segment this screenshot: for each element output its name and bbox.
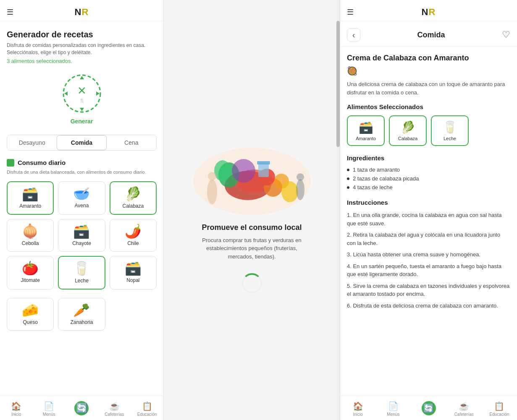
generate-container: ✕ 🍴 Generar [7, 73, 157, 125]
jitomate-label: Jitomate [21, 277, 39, 283]
middle-scrollbar-thumb [336, 21, 340, 147]
recipe-nav-header: ‹ Comida ♡ [340, 21, 517, 47]
chile-icon: 🌶️ [125, 224, 142, 238]
chile-label: Chile [127, 240, 139, 246]
back-button[interactable]: ‹ [347, 28, 360, 42]
right-app-logo: NR [422, 7, 436, 18]
avena-icon: 🥣 [73, 187, 90, 200]
nav-educacion-label: Educación [137, 412, 157, 417]
queso-icon: 🧀 [22, 303, 39, 317]
recipe-content: Crema de Calabaza con Amaranto 🥘 Una del… [340, 47, 517, 396]
chayote-icon: 🗃️ [73, 224, 90, 238]
bullet-1 [347, 169, 349, 171]
selected-amaranto-icon: 🗃️ [359, 120, 373, 134]
instruction-5: 5. Sirve la crema de calabaza en tazones… [347, 282, 510, 298]
right-nav-menus[interactable]: 📄 Menús [375, 399, 411, 418]
left-panel: ☰ NR Generador de recetas Disfruta de co… [0, 0, 164, 420]
cebolla-label: Cebolla [22, 240, 39, 246]
selected-food-calabaza: 🥬 Calabaza [389, 115, 427, 146]
page-subtitle: Disfruta de comidas personalizadas con i… [7, 42, 157, 56]
generate-inner: ✕ 🍴 [77, 84, 87, 103]
avena-label: Avena [75, 203, 89, 209]
food-item-calabaza[interactable]: 🥬 Calabaza [110, 181, 157, 215]
food-item-nopal[interactable]: 🗃️ Nopal [110, 256, 157, 290]
food-item-avena[interactable]: 🥣 Avena [58, 181, 105, 215]
tab-cena[interactable]: Cena [107, 135, 156, 150]
ingredient-3: 4 tazas de leche [347, 184, 510, 190]
section-title: Consumo diario [18, 159, 66, 166]
amaranto-label: Amaranto [19, 203, 41, 209]
right-nav-educacion-icon: 📋 [494, 401, 504, 411]
app-logo: NR [75, 7, 89, 18]
food-item-amaranto[interactable]: 🗃️ Amaranto [7, 181, 54, 215]
right-header: ☰ NR [340, 0, 517, 21]
tab-comida[interactable]: Comida [57, 135, 106, 150]
food-item-cebolla[interactable]: 🧅 Cebolla [7, 219, 54, 252]
middle-panel: Promueve el consumo local Procura compra… [164, 0, 340, 420]
bullet-3 [347, 186, 349, 189]
heart-button[interactable]: ♡ [502, 29, 510, 40]
nav-generar[interactable]: 🔄 [66, 399, 98, 418]
selected-food-leche: 🥛 Leche [431, 115, 469, 146]
selected-leche-icon: 🥛 [443, 120, 457, 134]
amaranto-icon: 🗃️ [22, 187, 39, 201]
daily-section-header: Consumo diario [7, 159, 157, 167]
chayote-label: Chayote [72, 240, 91, 246]
nav-inicio[interactable]: 🏠 Inicio [0, 399, 33, 418]
ingredient-3-text: 4 tazas de leche [353, 184, 393, 190]
food-item-leche[interactable]: 🥛 Leche [58, 256, 105, 290]
meal-tabs: Desayuno Comida Cena [7, 135, 157, 151]
bullet-2 [347, 177, 349, 180]
right-hamburger-icon[interactable]: ☰ [347, 8, 354, 17]
illustration-svg [189, 127, 315, 215]
food-item-chile[interactable]: 🌶️ Chile [110, 219, 157, 252]
svg-point-13 [296, 179, 304, 200]
nav-inicio-label: Inicio [11, 412, 21, 417]
right-nav-cafeterias-label: Cafeterías [454, 412, 474, 417]
food-grid-extra: 🧀 Queso 🥕 Zanahoria [7, 298, 157, 331]
ingredient-list: 1 taza de amaranto 2 tazas de calabaza p… [347, 167, 510, 190]
section-dot [7, 159, 14, 167]
selected-food-amaranto: 🗃️ Amaranto [347, 115, 385, 146]
food-item-zanahoria[interactable]: 🥕 Zanahoria [58, 298, 105, 331]
recipe-emoji-icon: 🥘 [347, 66, 357, 76]
food-item-queso[interactable]: 🧀 Queso [7, 298, 54, 331]
ingredient-1-text: 1 taza de amaranto [353, 167, 400, 173]
svg-point-11 [207, 179, 217, 204]
generate-button[interactable]: ✕ 🍴 [61, 73, 103, 115]
nopal-label: Nopal [126, 277, 139, 283]
right-nav-educacion[interactable]: 📋 Educación [482, 399, 517, 418]
recipe-title: Crema de Calabaza con Amaranto [347, 54, 510, 63]
instructions-list: 1. En una olla grande, cocina la calabaz… [347, 211, 510, 310]
instructions-title: Instrucciones [347, 199, 510, 206]
left-content: Generador de recetas Disfruta de comidas… [0, 21, 163, 396]
food-item-chayote[interactable]: 🗃️ Chayote [58, 219, 105, 252]
right-nav-generar[interactable]: 🔄 [411, 399, 446, 418]
middle-scrollbar-track[interactable] [336, 0, 340, 420]
nav-educacion[interactable]: 📋 Educación [131, 399, 163, 418]
selected-calabaza-icon: 🥬 [401, 120, 415, 134]
nav-cafeterias[interactable]: ☕ Cafeterías [98, 399, 131, 418]
calabaza-icon: 🥬 [125, 187, 142, 201]
calabaza-label: Calabaza [122, 203, 144, 209]
queso-label: Queso [23, 319, 37, 325]
leche-label: Leche [75, 278, 89, 284]
right-panel: ☰ NR ‹ Comida ♡ Crema de Calabaza con Am… [340, 0, 517, 420]
ingredient-2-text: 2 tazas de calabaza picada [353, 175, 419, 182]
nav-menus[interactable]: 📄 Menús [33, 399, 66, 418]
food-item-jitomate[interactable]: 🍅 Jitomate [7, 256, 54, 290]
hamburger-icon[interactable]: ☰ [7, 8, 13, 17]
generate-label: Generar [71, 118, 93, 125]
tab-desayuno[interactable]: Desayuno [7, 135, 57, 150]
right-nav-inicio[interactable]: 🏠 Inicio [340, 399, 375, 418]
right-nav-cafeterias[interactable]: ☕ Cafeterías [446, 399, 482, 418]
instruction-6: 6. Disfruta de esta deliciosa crema de c… [347, 302, 510, 310]
page-title: Generador de recetas [7, 30, 157, 39]
instruction-4: 4. En un sartén pequeño, tuesta el amara… [347, 262, 510, 279]
food-illustration [189, 127, 315, 215]
cebolla-icon: 🧅 [22, 224, 39, 238]
right-nav-inicio-icon: 🏠 [353, 401, 363, 411]
svg-point-10 [281, 181, 298, 202]
selected-foods-title: Alimentos Seleccionados [347, 103, 510, 110]
ingredients-title: Ingredientes [347, 154, 510, 162]
